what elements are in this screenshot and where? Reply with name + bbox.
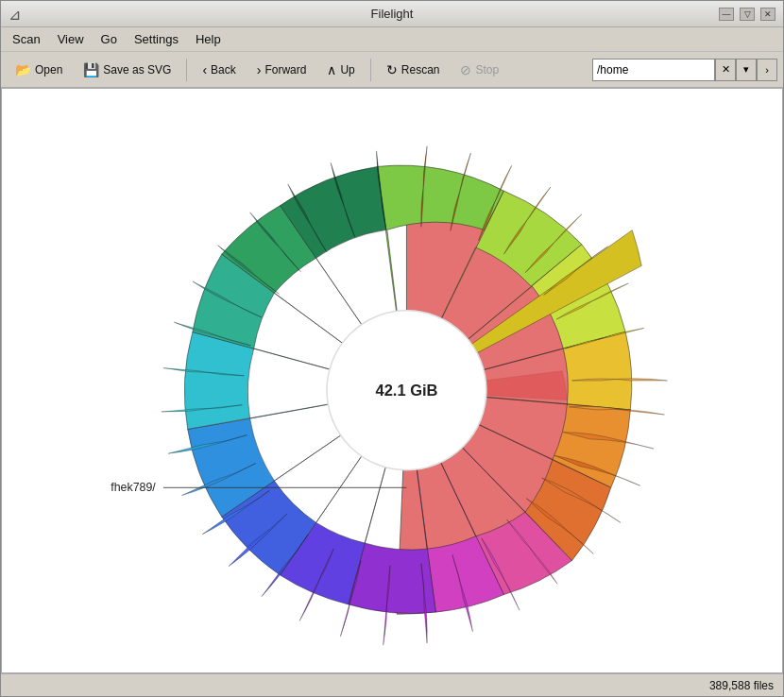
save-icon: 💾 <box>83 62 99 77</box>
window-controls: — ▽ ✕ <box>719 8 775 21</box>
menu-settings[interactable]: Settings <box>127 30 186 48</box>
address-bar: ✕ ▾ › <box>592 58 777 82</box>
forward-label: Forward <box>264 63 306 76</box>
hover-folder-label: fhek789/ <box>111 481 156 494</box>
save-svg-label: Save as SVG <box>103 63 171 76</box>
menu-view[interactable]: View <box>50 30 92 48</box>
stop-icon: ⊘ <box>460 62 471 77</box>
back-label: Back <box>211 63 236 76</box>
sunburst-chart[interactable]: 42.1 GiB fhek789/ <box>2 89 782 672</box>
toolbar-separator-2 <box>370 59 371 81</box>
rescan-icon: ↻ <box>386 62 398 77</box>
main-content: 42.1 GiB fhek789/ <box>1 88 783 673</box>
up-button[interactable]: ∧ Up <box>318 57 363 83</box>
window-title: Filelight <box>371 7 414 21</box>
address-input[interactable] <box>592 59 715 81</box>
maximize-button[interactable]: ▽ <box>740 8 755 21</box>
open-label: Open <box>35 63 62 76</box>
menu-go[interactable]: Go <box>94 30 125 48</box>
file-count: 389,588 files <box>709 679 774 692</box>
rescan-button[interactable]: ↻ Rescan <box>378 57 449 83</box>
rescan-label: Rescan <box>401 63 440 76</box>
minimize-button[interactable]: — <box>719 8 734 21</box>
restore-icon: ⊿ <box>9 5 21 23</box>
statusbar: 389,588 files <box>1 673 783 696</box>
open-button[interactable]: 📂 Open <box>7 57 71 83</box>
forward-icon: › <box>257 62 262 77</box>
toolbar-separator-1 <box>186 59 187 81</box>
menu-scan[interactable]: Scan <box>5 30 48 48</box>
close-button[interactable]: ✕ <box>760 8 775 21</box>
menubar: Scan View Go Settings Help <box>1 27 783 52</box>
address-dropdown-button[interactable]: ▾ <box>736 59 757 81</box>
address-go-button[interactable]: › <box>757 59 777 81</box>
up-label: Up <box>340 63 354 76</box>
stop-label: Stop <box>475 63 499 76</box>
up-icon: ∧ <box>327 62 336 77</box>
titlebar: ⊿ Filelight — ▽ ✕ <box>1 1 783 27</box>
forward-button[interactable]: › Forward <box>248 57 315 83</box>
save-svg-button[interactable]: 💾 Save as SVG <box>75 57 179 83</box>
back-button[interactable]: ‹ Back <box>194 57 244 83</box>
menu-help[interactable]: Help <box>188 30 229 48</box>
toolbar: 📂 Open 💾 Save as SVG ‹ Back › Forward ∧ … <box>1 52 783 88</box>
canvas-area[interactable]: 42.1 GiB fhek789/ <box>2 89 782 672</box>
back-icon: ‹ <box>202 62 207 77</box>
center-size-label: 42.1 GiB <box>375 382 437 399</box>
address-clear-button[interactable]: ✕ <box>715 59 736 81</box>
stop-button[interactable]: ⊘ Stop <box>452 57 507 83</box>
open-icon: 📂 <box>15 62 31 77</box>
